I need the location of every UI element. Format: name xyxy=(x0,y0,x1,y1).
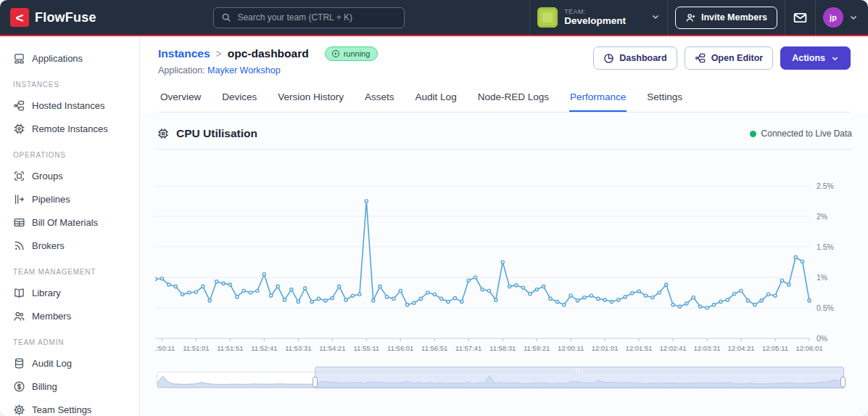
search-input[interactable] xyxy=(237,12,397,23)
open-editor-label: Open Editor xyxy=(711,53,764,63)
hosted-instances-icon xyxy=(13,99,25,112)
sidebar-item-label: Members xyxy=(32,311,71,322)
svg-text:11:52:41: 11:52:41 xyxy=(251,344,277,352)
dashboard-label: Dashboard xyxy=(619,53,666,63)
svg-text:12:02:41: 12:02:41 xyxy=(660,344,687,352)
nav-divider xyxy=(785,0,785,35)
sidebar-item-brokers[interactable]: Brokers xyxy=(12,235,132,256)
performance-panel: CPU Utilisation Connected to Live Data 0… xyxy=(141,113,868,388)
breadcrumb: Instances > opc-dashboard running xyxy=(158,46,378,61)
svg-text:1.5%: 1.5% xyxy=(817,242,834,251)
svg-text:12:01:01: 12:01:01 xyxy=(592,344,619,352)
tab-node-red-logs[interactable]: Node-RED Logs xyxy=(477,86,550,112)
flowfuse-logo[interactable]: < FlowFuse xyxy=(10,8,96,27)
chevron-down-icon xyxy=(849,13,858,22)
bill-of-materials-icon xyxy=(13,216,25,229)
open-editor-button[interactable]: Open Editor xyxy=(685,46,774,70)
team-name: Development xyxy=(564,15,626,27)
svg-text:12:06:01: 12:06:01 xyxy=(796,344,823,352)
sidebar-item-pipelines[interactable]: Pipelines xyxy=(12,189,132,210)
sidebar-item-label: Brokers xyxy=(32,240,65,251)
status-badge: running xyxy=(325,46,379,61)
brush-selection[interactable] xyxy=(315,367,844,388)
sidebar-item-hosted-instances[interactable]: Hosted Instances xyxy=(12,95,132,116)
svg-text:11:51:51: 11:51:51 xyxy=(217,344,243,352)
brush-grip-icon[interactable] xyxy=(576,369,583,373)
user-menu[interactable]: jp xyxy=(823,7,858,28)
tab-version-history[interactable]: Version History xyxy=(277,86,344,112)
sidebar-item-label: Billing xyxy=(32,381,57,392)
library-icon xyxy=(13,287,25,299)
svg-text:12:03:31: 12:03:31 xyxy=(694,344,721,352)
remote-instances-icon xyxy=(13,123,25,135)
status-badge-label: running xyxy=(344,49,371,58)
svg-text:11:57:41: 11:57:41 xyxy=(455,344,481,352)
instance-tabs: OverviewDevicesVersion HistoryAssetsAudi… xyxy=(158,86,851,113)
search-icon xyxy=(221,12,231,23)
nav-divider xyxy=(815,0,816,35)
dashboard-button[interactable]: Dashboard xyxy=(593,46,677,70)
chart-brush xyxy=(157,372,844,388)
mail-icon xyxy=(793,10,808,25)
breadcrumb-instances-link[interactable]: Instances xyxy=(158,47,210,60)
cpu-chart: 0%0.5%1%1.5%2%2.5%11:50:1111:51:0111:51:… xyxy=(155,157,853,360)
sidebar-item-library[interactable]: Library xyxy=(12,282,132,303)
audit-log-icon xyxy=(13,357,25,370)
sidebar-item-label: Team Settings xyxy=(32,404,91,415)
instance-name: opc-dashboard xyxy=(228,47,309,60)
chart-title: CPU Utilisation xyxy=(176,127,257,140)
sidebar-section-team-management: TEAM MANAGEMENT xyxy=(13,268,132,276)
pipelines-icon xyxy=(13,193,25,205)
svg-text:11:56:51: 11:56:51 xyxy=(421,344,447,352)
sidebar-item-applications[interactable]: Applications xyxy=(12,48,132,69)
sidebar-item-billing[interactable]: Billing xyxy=(12,376,132,397)
svg-text:0.5%: 0.5% xyxy=(817,303,834,312)
sidebar-item-groups[interactable]: Groups xyxy=(12,166,132,187)
invite-members-button[interactable]: Invite Members xyxy=(675,7,777,29)
sidebar-item-bill-of-materials[interactable]: Bill Of Materials xyxy=(12,212,132,233)
main-content: Instances > opc-dashboard running Applic… xyxy=(141,36,868,416)
tab-audit-log[interactable]: Audit Log xyxy=(415,86,458,112)
tab-performance[interactable]: Performance xyxy=(569,86,627,112)
svg-text:11:56:01: 11:56:01 xyxy=(387,344,413,352)
notifications-button[interactable] xyxy=(793,10,808,25)
brush-handle-left[interactable] xyxy=(313,376,318,387)
sidebar-item-team-settings[interactable]: Team Settings xyxy=(12,399,132,416)
chevron-down-icon xyxy=(651,12,660,23)
applications-icon xyxy=(13,52,25,65)
team-search[interactable] xyxy=(213,7,405,28)
application-label: Application: xyxy=(158,65,205,76)
svg-text:2%: 2% xyxy=(817,212,827,221)
nav-divider xyxy=(529,0,530,35)
live-status-label: Connected to Live Data xyxy=(761,129,852,139)
members-icon xyxy=(13,310,25,322)
node-red-flow-icon xyxy=(695,52,706,64)
sidebar-item-label: Applications xyxy=(32,53,83,64)
svg-text:0%: 0% xyxy=(817,334,827,343)
team-switcher[interactable]: TEAM: Development xyxy=(537,7,660,28)
tab-devices[interactable]: Devices xyxy=(221,86,257,112)
tab-settings[interactable]: Settings xyxy=(646,86,683,112)
sidebar-item-label: Groups xyxy=(32,171,63,182)
user-avatar: jp xyxy=(823,7,843,28)
team-settings-icon xyxy=(13,404,25,416)
actions-button[interactable]: Actions xyxy=(780,46,851,70)
cpu-line-chart: 0%0.5%1%1.5%2%2.5%11:50:1111:51:0111:51:… xyxy=(155,157,854,357)
svg-text:12:04:21: 12:04:21 xyxy=(728,344,755,352)
page-header: Instances > opc-dashboard running Applic… xyxy=(141,36,868,113)
sidebar-item-members[interactable]: Members xyxy=(12,306,132,327)
cpu-chip-icon xyxy=(157,127,170,140)
svg-text:11:58:31: 11:58:31 xyxy=(489,344,516,352)
sidebar-item-label: Library xyxy=(32,287,61,298)
app-window: < FlowFuse TEAM: Development xyxy=(0,0,868,416)
pie-chart-icon xyxy=(603,53,614,64)
sidebar-item-label: Audit Log xyxy=(32,358,72,369)
tab-assets[interactable]: Assets xyxy=(364,86,395,112)
tab-overview[interactable]: Overview xyxy=(160,86,202,112)
brush-handle-right[interactable] xyxy=(840,376,846,387)
svg-text:11:53:31: 11:53:31 xyxy=(285,344,311,352)
sidebar-item-remote-instances[interactable]: Remote Instances xyxy=(12,118,132,139)
application-link[interactable]: Mayker Workshop xyxy=(207,65,281,76)
sidebar-item-audit-log[interactable]: Audit Log xyxy=(12,353,132,374)
svg-text:11:51:01: 11:51:01 xyxy=(183,344,209,352)
